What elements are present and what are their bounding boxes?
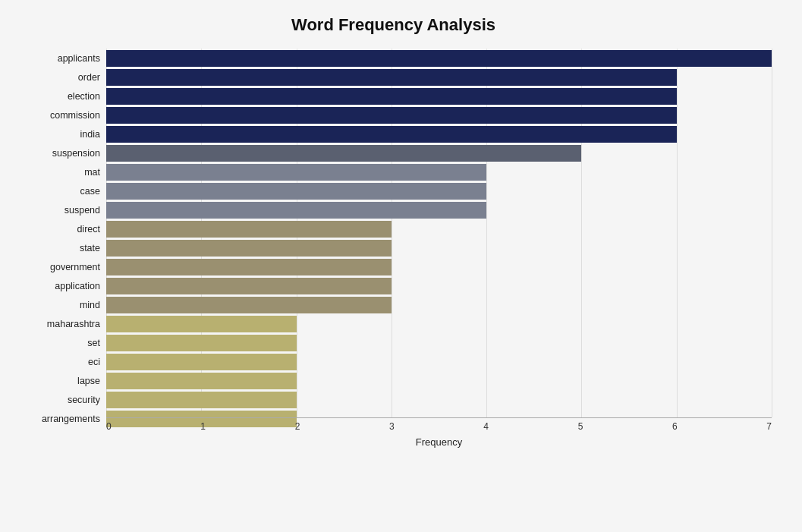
bar-fill (106, 69, 677, 86)
bar-label: eci (15, 357, 106, 367)
x-tick: 6 (672, 421, 678, 432)
chart-container: Word Frequency Analysis applicantsordere… (0, 0, 802, 532)
bar-row: commission (15, 107, 772, 124)
bar-track (106, 202, 772, 219)
x-ticks: 01234567 (106, 418, 772, 432)
chart-title: Word Frequency Analysis (15, 15, 772, 35)
grid-line (772, 49, 772, 417)
bar-row: suspend (15, 202, 772, 219)
bar-row: india (15, 126, 772, 143)
bar-row: applicants (15, 50, 772, 67)
bar-row: mat (15, 164, 772, 181)
x-axis-label: Frequency (106, 436, 772, 448)
bar-track (106, 50, 772, 67)
bar-track (106, 126, 772, 143)
bar-track (106, 297, 772, 313)
bar-fill (106, 316, 297, 332)
bar-label: mind (15, 300, 106, 310)
bar-fill (106, 278, 392, 294)
bar-fill (106, 88, 677, 105)
bar-track (106, 373, 772, 389)
bar-fill (106, 50, 772, 67)
bar-fill (106, 164, 486, 181)
bar-fill (106, 107, 677, 124)
bar-track (106, 240, 772, 257)
bars-area: applicantsorderelectioncommissionindiasu… (15, 49, 772, 417)
bar-track (106, 183, 772, 200)
bar-label: commission (15, 110, 106, 121)
bar-row: government (15, 259, 772, 275)
bar-track (106, 392, 772, 408)
bar-fill (106, 145, 581, 162)
x-tick: 3 (389, 421, 395, 432)
bar-label: government (15, 262, 106, 272)
bar-row: mind (15, 297, 772, 313)
bar-row: set (15, 335, 772, 351)
bar-fill (106, 259, 392, 275)
bar-label: suspend (15, 205, 106, 216)
bar-track (106, 354, 772, 370)
bar-row: direct (15, 221, 772, 238)
bar-fill (106, 297, 392, 313)
bar-label: direct (15, 224, 106, 235)
x-tick: 1 (200, 421, 206, 432)
bar-track (106, 69, 772, 86)
bar-track (106, 221, 772, 238)
x-tick: 2 (295, 421, 300, 432)
bar-row: order (15, 69, 772, 86)
bar-label: mat (15, 167, 106, 178)
bar-label: suspension (15, 148, 106, 159)
bar-fill (106, 202, 486, 219)
bar-label: election (15, 91, 106, 102)
bar-row: case (15, 183, 772, 200)
bar-fill (106, 126, 677, 143)
x-axis-area: 01234567 Frequency (106, 417, 772, 448)
bar-track (106, 335, 772, 351)
bar-track (106, 259, 772, 275)
bar-label: india (15, 129, 106, 140)
bar-fill (106, 221, 392, 238)
bar-track (106, 164, 772, 181)
bar-fill (106, 335, 297, 351)
bar-row: election (15, 88, 772, 105)
bar-label: security (15, 395, 106, 405)
bar-row: eci (15, 354, 772, 370)
bar-label: applicants (15, 53, 106, 64)
bar-track (106, 107, 772, 124)
bar-row: lapse (15, 373, 772, 389)
bar-label: lapse (15, 376, 106, 386)
bar-track (106, 278, 772, 294)
bar-fill (106, 240, 392, 257)
bar-track (106, 145, 772, 162)
bar-label: application (15, 281, 106, 291)
bar-label: order (15, 72, 106, 83)
x-tick: 7 (766, 421, 772, 432)
bar-row: security (15, 392, 772, 408)
bar-track (106, 88, 772, 105)
bar-label: maharashtra (15, 319, 106, 329)
x-tick: 4 (483, 421, 489, 432)
x-tick: 5 (578, 421, 583, 432)
bar-label: state (15, 243, 106, 253)
x-tick: 0 (106, 421, 112, 432)
bar-fill (106, 373, 297, 389)
bar-row: state (15, 240, 772, 257)
bar-label: arrangements (15, 414, 106, 424)
bar-row: suspension (15, 145, 772, 162)
bar-fill (106, 392, 297, 408)
bar-row: maharashtra (15, 316, 772, 332)
bar-fill (106, 354, 297, 370)
bar-label: set (15, 338, 106, 348)
bar-label: case (15, 186, 106, 197)
bar-row: application (15, 278, 772, 294)
bar-fill (106, 183, 486, 200)
bar-track (106, 316, 772, 332)
